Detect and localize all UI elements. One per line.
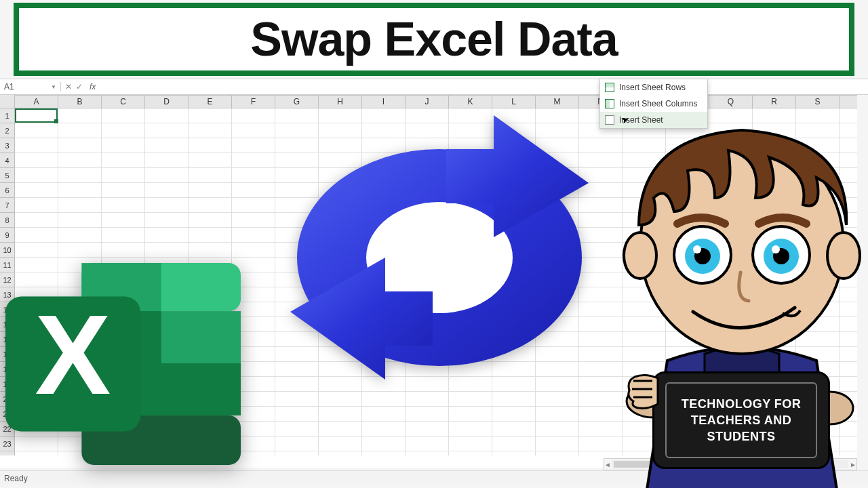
menu-label: Insert Sheet Columns [619, 99, 697, 108]
row-header[interactable]: 1 [0, 108, 14, 123]
col-header[interactable]: F [232, 96, 275, 108]
svg-point-18 [827, 232, 860, 279]
name-box-value: A1 [4, 82, 14, 92]
col-header[interactable]: S [796, 96, 840, 108]
col-header[interactable]: B [58, 96, 102, 108]
svg-point-17 [624, 232, 656, 279]
selected-cell-outline [15, 108, 58, 123]
col-header[interactable]: A [15, 96, 58, 108]
row-header[interactable]: 4 [0, 153, 14, 168]
title-banner: Swap Excel Data [14, 3, 854, 76]
row-header[interactable]: 6 [0, 183, 14, 198]
excel-logo: X [3, 259, 243, 469]
page-title: Swap Excel Data [250, 12, 617, 66]
select-all-triangle[interactable] [0, 95, 15, 108]
row-header[interactable]: 8 [0, 213, 14, 228]
svg-text:X: X [35, 291, 111, 418]
name-box-dropdown-icon: ▼ [51, 84, 56, 90]
formula-buttons: ✕ ✓ [61, 82, 87, 92]
confirm-icon[interactable]: ✓ [76, 82, 83, 92]
status-ready: Ready [4, 474, 28, 483]
formula-bar: A1 ▼ ✕ ✓ fx [0, 79, 868, 95]
row-header[interactable]: 5 [0, 168, 14, 183]
menu-item-insert-rows[interactable]: Insert Sheet Rows [600, 79, 707, 96]
swap-arrows-icon [277, 102, 602, 386]
tablet-text: TECHNOLOGY FOR TEACHERS AND STUDENTS [672, 396, 810, 445]
col-header[interactable]: R [753, 96, 796, 108]
insert-columns-icon [604, 98, 615, 109]
row-header[interactable]: 10 [0, 243, 14, 258]
row-header[interactable]: 7 [0, 198, 14, 213]
svg-point-25 [693, 245, 701, 253]
svg-point-26 [772, 245, 780, 253]
row-header[interactable]: 9 [0, 228, 14, 243]
fill-handle[interactable] [54, 119, 58, 123]
name-box[interactable]: A1 ▼ [0, 82, 61, 92]
cartoon-hand [625, 371, 659, 409]
insert-rows-icon [604, 82, 615, 93]
row-header[interactable]: 2 [0, 123, 14, 138]
col-header[interactable]: E [189, 96, 232, 108]
tablet-sign: TECHNOLOGY FOR TEACHERS AND STUDENTS [652, 371, 830, 469]
menu-label: Insert Sheet Rows [619, 83, 686, 92]
cancel-icon[interactable]: ✕ [65, 82, 72, 92]
row-header[interactable]: 3 [0, 138, 14, 153]
scroll-left-icon[interactable]: ◄ [604, 461, 611, 468]
col-header[interactable]: D [145, 96, 189, 108]
col-header[interactable]: Q [709, 96, 753, 108]
fx-label[interactable]: fx [87, 82, 98, 92]
col-header[interactable]: C [102, 96, 145, 108]
